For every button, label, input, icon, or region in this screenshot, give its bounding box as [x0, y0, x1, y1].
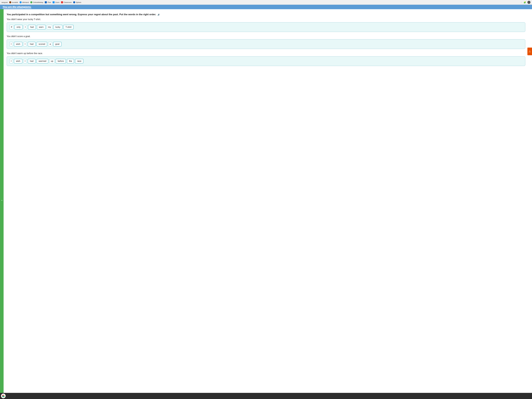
- bilimland-icon: [19, 1, 22, 3]
- audio-icon[interactable]: 🔊: [158, 13, 160, 16]
- exercise-2-word-1[interactable]: wish: [14, 42, 22, 46]
- tab-bilimland[interactable]: bilimland: [19, 1, 29, 3]
- exercise-2-word-area[interactable]: IwishIhadscoredagoal: [7, 39, 525, 49]
- star-icon[interactable]: ☆: [520, 1, 522, 4]
- tab-itest[interactable]: ITest: [45, 1, 51, 3]
- tab-evodchik[interactable]: еводчик: [1, 1, 8, 3]
- left-sidebar: ⌃: [0, 9, 4, 393]
- exercise-2: You didn't score a goal. IwishIhadscored…: [7, 35, 525, 49]
- exercise-1-word-6[interactable]: lucky: [53, 25, 62, 29]
- browser-bar: еводчик kundelik bilimland OnlineMektep …: [0, 0, 532, 5]
- tab-online[interactable]: OnlineMektep: [30, 1, 43, 3]
- exercise-2-word-6[interactable]: goal: [53, 42, 61, 46]
- exercise-1-word-3[interactable]: had: [28, 25, 36, 29]
- content-area: ⌃ ⚠ You participated in a competition bu…: [0, 9, 532, 393]
- tab-classroom[interactable]: Classroom: [61, 1, 72, 3]
- taskbar-chrome-icon[interactable]: [1, 394, 6, 398]
- kundelik-icon: [9, 1, 11, 3]
- exercise-1: You didn't wear your lucky T-shirt. Ifon…: [7, 18, 525, 32]
- exercise-2-word-4[interactable]: scored: [37, 42, 47, 46]
- svg-point-1: [3, 395, 4, 396]
- tab-sphere[interactable]: Sphere: [73, 1, 81, 3]
- exercise-1-word-2[interactable]: I: [24, 25, 27, 29]
- exercise-1-word-1[interactable]: only: [14, 25, 23, 29]
- exercise-1-word-4[interactable]: warn: [37, 25, 46, 29]
- exercise-1-word-7[interactable]: T-shirt: [63, 25, 74, 29]
- page-header-strip: You are the champions.: [0, 5, 532, 9]
- exercise-3-word-1[interactable]: wish: [14, 59, 22, 63]
- exercise-2-word-2[interactable]: I: [23, 42, 27, 46]
- exercise-2-prompt: You didn't score a goal.: [7, 35, 525, 38]
- exercise-3-word-7[interactable]: the: [67, 59, 74, 63]
- tab-zoom[interactable]: Zoom: [53, 1, 59, 3]
- classroom-icon: [61, 1, 63, 3]
- exercise-3-word-6[interactable]: before: [56, 59, 66, 63]
- exercise-1-prompt: You didn't wear your lucky T-shirt.: [7, 18, 525, 21]
- chevron-up-icon: ⌃: [1, 200, 3, 202]
- exercise-3-word-8[interactable]: race: [75, 59, 83, 63]
- exercise-2-word-3[interactable]: had: [28, 42, 35, 46]
- exercise-2-word-5[interactable]: a: [48, 42, 52, 46]
- exercise-3-word-0[interactable]: I: [9, 59, 13, 63]
- itest-icon: [45, 1, 47, 3]
- exercise-1-word-5[interactable]: my: [47, 25, 52, 29]
- exercise-3-prompt: You didn't warm up before the race.: [7, 52, 525, 55]
- exercise-3-word-4[interactable]: warmed: [37, 59, 48, 63]
- zoom-icon: [53, 1, 55, 3]
- inner-content: You participated in a competition but so…: [7, 13, 528, 66]
- exercise-1-word-0[interactable]: If: [9, 25, 13, 29]
- exercise-3: You didn't warm up before the race. Iwis…: [7, 52, 525, 66]
- exercise-1-word-area[interactable]: IfonlyIhadwarnmyluckyT-shirt: [7, 22, 525, 32]
- tab-kundelik[interactable]: kundelik: [9, 1, 18, 3]
- exercise-3-word-area[interactable]: IwishIhadwarmedupbeforetherace: [7, 56, 525, 66]
- exercise-3-word-5[interactable]: up: [49, 59, 55, 63]
- extension-icon[interactable]: 🧩: [524, 1, 526, 4]
- warning-notification[interactable]: ⚠: [527, 48, 532, 55]
- warning-icon: ⚠: [529, 50, 531, 53]
- onlinemektep-icon: [30, 1, 32, 3]
- exercise-3-word-3[interactable]: had: [28, 59, 35, 63]
- taskbar: [0, 393, 532, 399]
- main-content: You are the champions. ⌃ ⚠ You participa…: [0, 5, 532, 393]
- sphere-icon: [73, 1, 75, 3]
- exercise-2-word-0[interactable]: I: [9, 42, 13, 46]
- user-avatar[interactable]: [527, 1, 531, 4]
- instructions-text: You participated in a competition but so…: [7, 13, 525, 16]
- header-partial-text: You are the champions.: [3, 6, 31, 8]
- exercise-3-word-2[interactable]: I: [23, 59, 27, 63]
